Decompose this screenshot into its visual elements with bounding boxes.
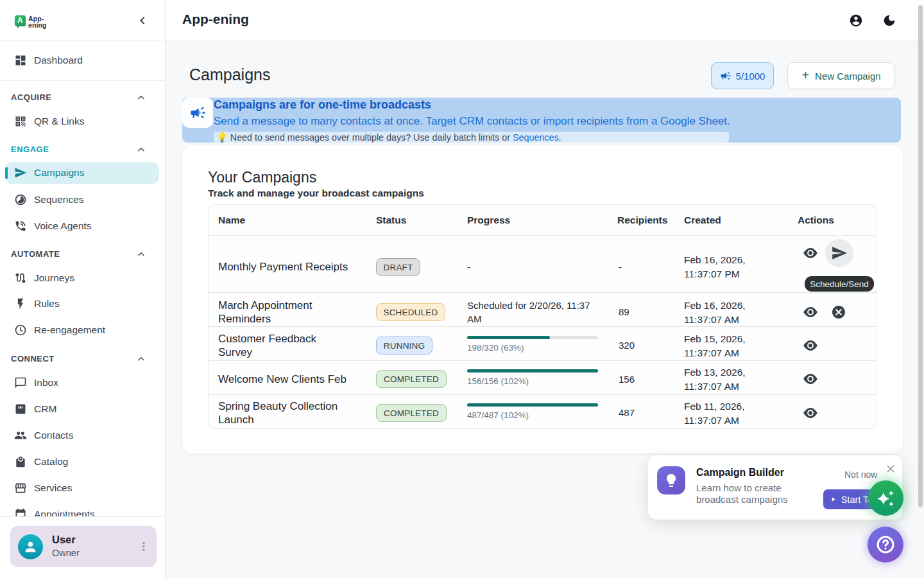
svg-text:A: A bbox=[17, 16, 23, 25]
